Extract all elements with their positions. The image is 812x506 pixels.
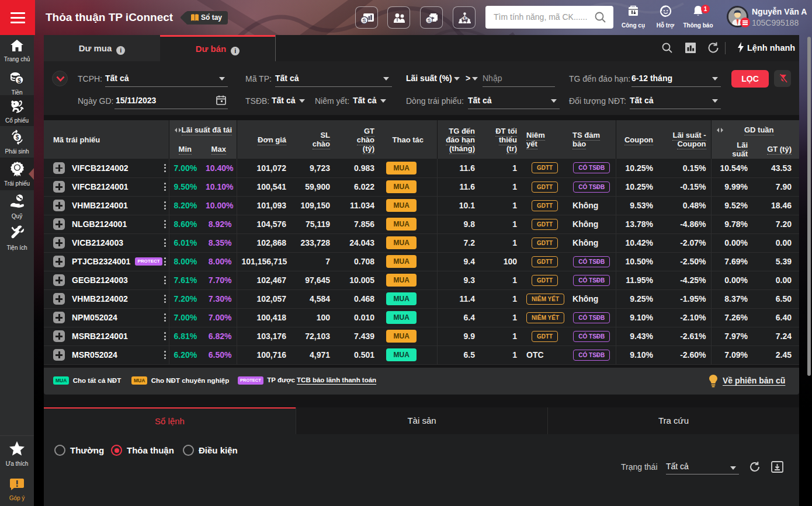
svg-text:$: $	[18, 77, 21, 84]
svg-text:S: S	[427, 18, 431, 23]
svg-text:$: $	[463, 16, 466, 22]
svg-text:S: S	[362, 17, 366, 23]
svg-text:$: $	[15, 134, 19, 141]
